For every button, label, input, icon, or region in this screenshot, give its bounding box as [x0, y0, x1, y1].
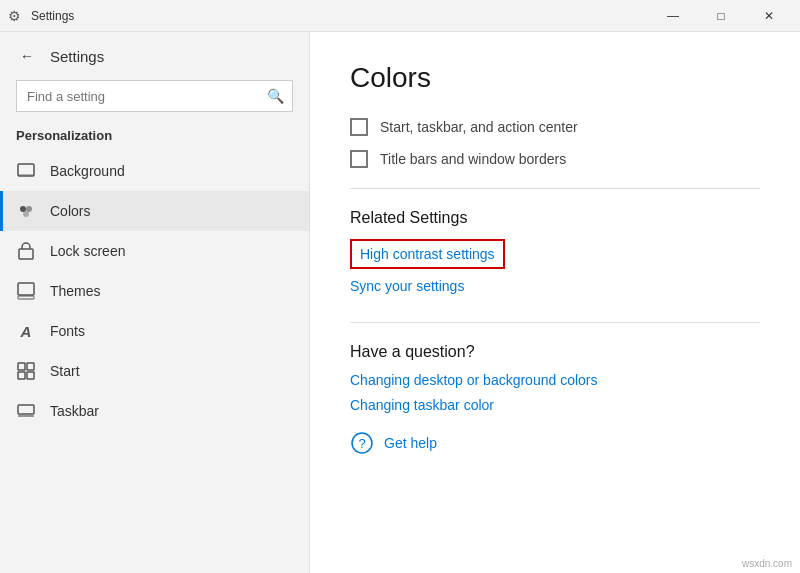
- get-help-row: ? Get help: [350, 431, 760, 455]
- checkbox-title-bars[interactable]: [350, 150, 368, 168]
- sidebar-item-fonts-label: Fonts: [50, 323, 85, 339]
- get-help-icon: ?: [350, 431, 374, 455]
- minimize-button[interactable]: —: [650, 0, 696, 32]
- desktop-background-colors-link[interactable]: Changing desktop or background colors: [350, 372, 598, 388]
- sidebar-app-title: Settings: [50, 48, 104, 65]
- checkbox-start-taskbar-row: Start, taskbar, and action center: [350, 118, 760, 136]
- background-icon: [16, 161, 36, 181]
- title-bar-title: Settings: [31, 9, 74, 23]
- have-question-section: Have a question? Changing desktop or bac…: [350, 343, 760, 455]
- sidebar: ← Settings 🔍 Personalization Background: [0, 32, 310, 573]
- sync-settings-link[interactable]: Sync your settings: [350, 278, 464, 294]
- sidebar-item-colors[interactable]: Colors: [0, 191, 309, 231]
- related-settings-section: Related Settings High contrast settings …: [350, 209, 760, 302]
- checkbox-title-bars-label: Title bars and window borders: [380, 151, 566, 167]
- svg-rect-11: [27, 372, 34, 379]
- sidebar-item-taskbar[interactable]: Taskbar: [0, 391, 309, 431]
- maximize-button[interactable]: □: [698, 0, 744, 32]
- sidebar-item-themes[interactable]: Themes: [0, 271, 309, 311]
- search-input[interactable]: [16, 80, 293, 112]
- svg-rect-1: [18, 174, 34, 176]
- title-bar-controls: — □ ✕: [650, 0, 792, 32]
- svg-rect-10: [18, 372, 25, 379]
- fonts-icon: A: [16, 321, 36, 341]
- start-icon: [16, 361, 36, 381]
- sidebar-item-lock-screen[interactable]: Lock screen: [0, 231, 309, 271]
- sidebar-item-taskbar-label: Taskbar: [50, 403, 99, 419]
- sidebar-item-background-label: Background: [50, 163, 125, 179]
- svg-text:?: ?: [358, 436, 365, 451]
- search-button[interactable]: 🔍: [257, 80, 293, 112]
- main-content: Colors Start, taskbar, and action center…: [310, 32, 800, 573]
- taskbar-color-link[interactable]: Changing taskbar color: [350, 397, 494, 413]
- divider-2: [350, 322, 760, 323]
- high-contrast-link-container: High contrast settings: [350, 239, 505, 269]
- high-contrast-settings-link[interactable]: High contrast settings: [360, 246, 495, 262]
- settings-icon: ⚙: [8, 8, 21, 24]
- title-bar: ⚙ Settings — □ ✕: [0, 0, 800, 32]
- personalization-label: Personalization: [0, 124, 309, 151]
- sidebar-top: ← Settings: [0, 32, 309, 76]
- search-icon: 🔍: [267, 88, 284, 104]
- watermark: wsxdn.com: [742, 558, 792, 569]
- svg-rect-5: [19, 249, 33, 259]
- checkbox-start-taskbar[interactable]: [350, 118, 368, 136]
- sidebar-item-colors-label: Colors: [50, 203, 90, 219]
- question-link-1: Changing desktop or background colors: [350, 371, 760, 396]
- sidebar-item-themes-label: Themes: [50, 283, 101, 299]
- checkbox-start-taskbar-label: Start, taskbar, and action center: [380, 119, 578, 135]
- svg-rect-6: [18, 283, 34, 295]
- svg-rect-12: [18, 405, 34, 414]
- themes-icon: [16, 281, 36, 301]
- svg-rect-9: [27, 363, 34, 370]
- sidebar-item-start[interactable]: Start: [0, 351, 309, 391]
- taskbar-icon: [16, 401, 36, 421]
- lock-screen-icon: [16, 241, 36, 261]
- title-bar-left: ⚙ Settings: [8, 8, 74, 24]
- sidebar-item-lock-screen-label: Lock screen: [50, 243, 125, 259]
- back-button[interactable]: ←: [16, 44, 38, 68]
- divider-1: [350, 188, 760, 189]
- sidebar-item-background[interactable]: Background: [0, 151, 309, 191]
- related-settings-title: Related Settings: [350, 209, 760, 227]
- svg-rect-8: [18, 363, 25, 370]
- sidebar-item-fonts[interactable]: A Fonts: [0, 311, 309, 351]
- svg-rect-7: [18, 296, 34, 299]
- sidebar-item-start-label: Start: [50, 363, 80, 379]
- search-container: 🔍: [16, 80, 293, 112]
- checkbox-title-bars-row: Title bars and window borders: [350, 150, 760, 168]
- svg-point-2: [20, 206, 26, 212]
- page-title: Colors: [350, 62, 760, 94]
- svg-rect-13: [18, 415, 34, 417]
- close-button[interactable]: ✕: [746, 0, 792, 32]
- svg-point-4: [23, 211, 29, 217]
- svg-point-3: [26, 206, 32, 212]
- colors-icon: [16, 201, 36, 221]
- question-link-2: Changing taskbar color: [350, 396, 760, 421]
- have-question-title: Have a question?: [350, 343, 760, 361]
- get-help-link[interactable]: Get help: [384, 435, 437, 451]
- app-body: ← Settings 🔍 Personalization Background: [0, 32, 800, 573]
